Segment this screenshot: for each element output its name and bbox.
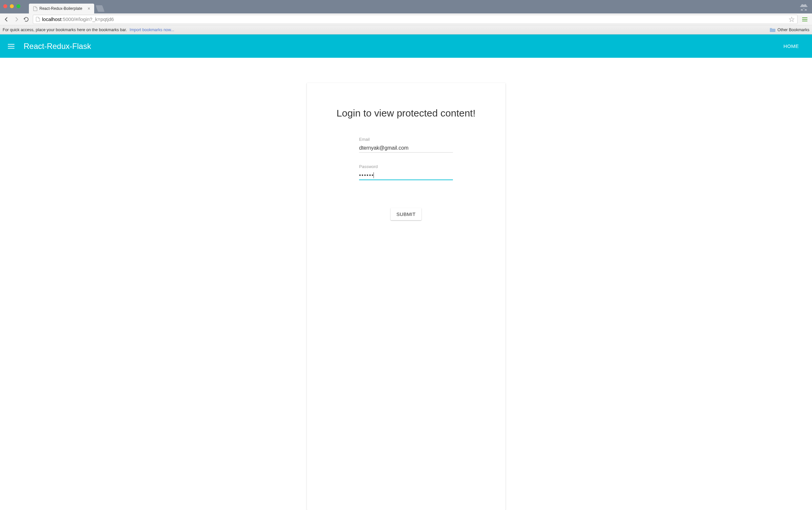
forward-button[interactable]: [13, 16, 20, 23]
browser-menu-button[interactable]: [801, 16, 809, 23]
login-heading: Login to view protected content!: [320, 108, 492, 119]
menu-icon[interactable]: [6, 43, 16, 50]
bookmarks-bar: For quick access, place your bookmarks h…: [0, 25, 812, 34]
close-window-button[interactable]: [3, 4, 7, 8]
password-label: Password: [359, 164, 453, 169]
new-tab-button[interactable]: [95, 5, 105, 12]
app-bar: React-Redux-Flask HOME: [0, 34, 812, 58]
submit-button[interactable]: SUBMIT: [390, 208, 422, 220]
url-text: localhost:5000/#/login?_k=pqtjd6: [42, 17, 787, 22]
reload-button[interactable]: [23, 16, 30, 23]
minimize-window-button[interactable]: [10, 4, 14, 8]
tab-title: React-Redux-Boilerplate: [39, 6, 82, 11]
app-title: React-Redux-Flask: [24, 42, 91, 51]
email-field[interactable]: [359, 144, 453, 153]
file-icon: [33, 6, 37, 11]
text-cursor: [374, 172, 374, 178]
password-field-wrap: Password: [359, 164, 453, 180]
browser-toolbar: localhost:5000/#/login?_k=pqtjd6: [0, 13, 812, 25]
folder-icon: [770, 28, 776, 32]
incognito-icon: [800, 3, 808, 12]
close-tab-icon[interactable]: ×: [88, 6, 90, 11]
file-icon: [36, 17, 40, 22]
home-nav-link[interactable]: HOME: [783, 43, 806, 49]
bookmarks-hint-text: For quick access, place your bookmarks h…: [3, 28, 127, 32]
window-controls: [3, 4, 20, 8]
page-content: Login to view protected content! Email P…: [0, 58, 812, 510]
back-button[interactable]: [3, 16, 10, 23]
email-field-wrap: Email: [359, 137, 453, 153]
browser-tab[interactable]: React-Redux-Boilerplate ×: [29, 4, 94, 13]
other-bookmarks-button[interactable]: Other Bookmarks: [770, 28, 809, 32]
address-bar[interactable]: localhost:5000/#/login?_k=pqtjd6: [33, 15, 798, 24]
browser-tab-strip: React-Redux-Boilerplate ×: [0, 0, 812, 13]
other-bookmarks-label: Other Bookmarks: [778, 28, 809, 32]
import-bookmarks-link[interactable]: Import bookmarks now...: [129, 28, 174, 32]
password-field[interactable]: [359, 171, 453, 180]
maximize-window-button[interactable]: [17, 4, 20, 8]
bookmark-star-icon[interactable]: [789, 17, 794, 22]
email-label: Email: [359, 137, 453, 142]
login-card: Login to view protected content! Email P…: [307, 83, 505, 510]
